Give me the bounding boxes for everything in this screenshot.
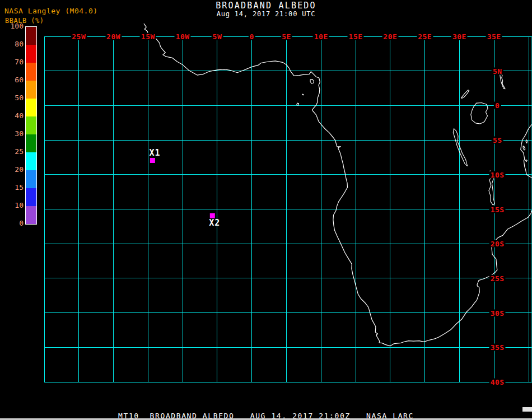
coastline-africa-east-coast bbox=[521, 124, 532, 178]
marker-x1-square bbox=[150, 158, 155, 163]
lat-label-30S: 30S bbox=[489, 309, 506, 316]
lat-label-35S: 35S bbox=[489, 344, 506, 351]
lake-outline-lake-victoria bbox=[471, 103, 488, 124]
marker-x2-label: X2 bbox=[209, 219, 220, 227]
lon-label-5W: 5W bbox=[212, 33, 223, 40]
lon-label-10E: 10E bbox=[313, 33, 329, 40]
lon-label-20W: 20W bbox=[105, 33, 122, 40]
island-outline-mafia-island bbox=[525, 160, 527, 161]
lake-outline-lake-albert bbox=[461, 90, 469, 99]
lake-outline-lake-tanganyika bbox=[453, 129, 467, 166]
lon-label-20E: 20E bbox=[382, 33, 398, 40]
island-outline-sao-tome bbox=[297, 103, 299, 105]
island-outline-principe bbox=[302, 94, 304, 95]
lat-label-0: 0 bbox=[494, 102, 501, 109]
lon-label-30E: 30E bbox=[451, 33, 468, 40]
lat-label-25S: 25S bbox=[489, 274, 506, 282]
lon-label-15E: 15E bbox=[348, 33, 364, 40]
albedo-map-viewer: BROADBAND ALBEDO Aug 14, 2017 21:00 UTC … bbox=[0, 0, 532, 420]
lat-label-5S: 5S bbox=[492, 137, 503, 144]
lake-outline-lake-turkana bbox=[500, 74, 505, 89]
island-outline-bioko bbox=[310, 80, 314, 83]
lon-label-35E: 35E bbox=[486, 33, 502, 40]
island-outline-pemba-island bbox=[526, 140, 527, 143]
lon-label-25W: 25W bbox=[71, 33, 87, 40]
lon-label-10W: 10W bbox=[175, 33, 191, 40]
lat-label-10S: 10S bbox=[489, 171, 506, 178]
lat-label-20S: 20S bbox=[489, 240, 506, 248]
lat-label-15S: 15S bbox=[489, 206, 506, 213]
lon-label-0: 0 bbox=[249, 33, 255, 40]
island-outline-zanzibar bbox=[523, 146, 525, 150]
lat-label-5N: 5N bbox=[492, 67, 503, 74]
scrollbar-corner bbox=[522, 407, 532, 412]
map-canvas[interactable] bbox=[0, 0, 532, 420]
lon-label-25E: 25E bbox=[417, 33, 433, 40]
lat-label-40S: 40S bbox=[489, 379, 506, 386]
lon-label-15W: 15W bbox=[140, 33, 156, 40]
lon-label-5E: 5E bbox=[281, 33, 292, 40]
coastline-africa-west-south-coast bbox=[144, 24, 532, 346]
marker-x1-label: X1 bbox=[149, 149, 160, 157]
